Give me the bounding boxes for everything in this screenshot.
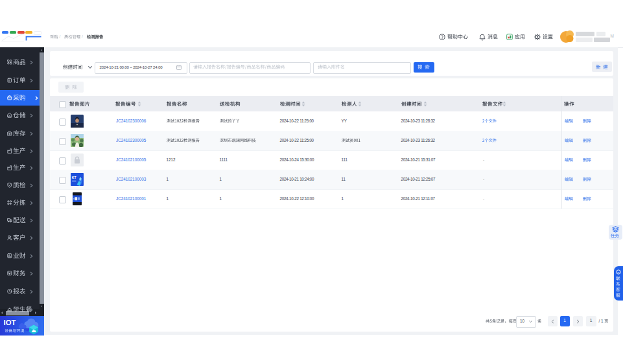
- svg-text:KT: KT: [71, 176, 76, 179]
